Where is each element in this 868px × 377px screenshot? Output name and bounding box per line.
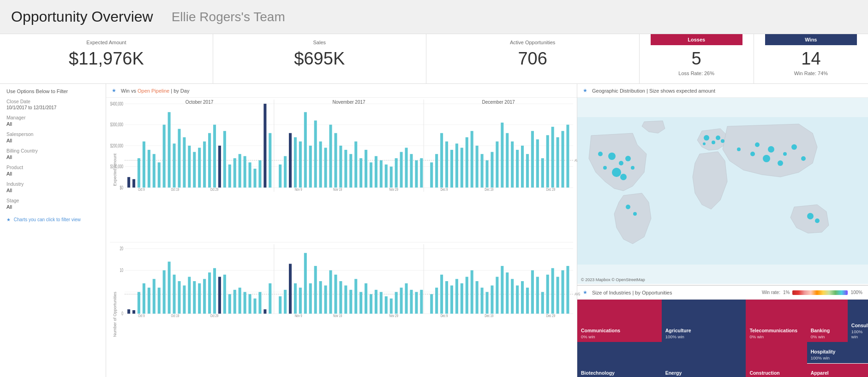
svg-text:Dec 19: Dec 19: [485, 187, 493, 192]
svg-rect-20: [158, 162, 161, 188]
svg-rect-85: [496, 141, 498, 188]
svg-rect-24: [178, 129, 180, 188]
filter-close-date[interactable]: Close Date 10/1/2017 to 12/31/2017: [6, 99, 99, 110]
svg-rect-170: [385, 296, 388, 314]
svg-rect-38: [249, 162, 251, 188]
svg-rect-181: [445, 281, 448, 314]
svg-rect-173: [400, 288, 403, 313]
svg-rect-44: [284, 156, 287, 188]
geo-header-text: Geographic Distribution | Size shows exp…: [592, 88, 715, 94]
treemap[interactable]: Communications 0% win Agriculture 100% w…: [577, 300, 868, 377]
svg-point-232: [791, 144, 797, 150]
svg-rect-157: [319, 281, 322, 314]
sales-value: $695K: [224, 49, 415, 69]
svg-rect-183: [455, 279, 458, 313]
filter-manager[interactable]: Manager All: [6, 115, 99, 127]
industry-header-text: Size of Industries | by Opportunities: [592, 290, 672, 295]
industry-construction[interactable]: Construction 0% win: [746, 342, 807, 377]
svg-rect-174: [405, 283, 408, 314]
win-rate-gradient-bar: [792, 290, 848, 295]
industry-apparel[interactable]: Apparel 0% win: [807, 364, 868, 377]
svg-rect-50: [314, 120, 317, 187]
filter-product[interactable]: Product All: [6, 165, 99, 177]
svg-rect-194: [511, 279, 514, 313]
filter-industry[interactable]: Industry All: [6, 181, 99, 193]
industry-telecommunications[interactable]: Telecommunications 0% win: [746, 300, 807, 342]
svg-rect-144: [249, 294, 251, 313]
svg-rect-177: [420, 290, 423, 314]
industry-consulting[interactable]: Consulting 100% win: [848, 300, 868, 342]
filter-salesperson[interactable]: Salesperson All: [6, 131, 99, 143]
svg-rect-55: [339, 146, 342, 188]
svg-rect-51: [319, 141, 322, 188]
month-label-nov: November 2017: [274, 100, 424, 105]
svg-rect-46: [294, 137, 297, 188]
svg-point-217: [619, 161, 623, 165]
hospitality-sub: 100% win: [811, 355, 864, 360]
svg-rect-168: [375, 290, 377, 314]
svg-rect-158: [324, 285, 327, 313]
industry-hospitality[interactable]: Hospitality 100% win: [807, 342, 868, 363]
agriculture-sub: 100% win: [665, 334, 742, 339]
stage-value: All: [6, 204, 99, 210]
svg-point-238: [807, 213, 814, 219]
svg-text:Nov 29: Nov 29: [389, 187, 398, 192]
banking-name: Banking: [811, 328, 844, 334]
industry-banking[interactable]: Banking 0% win: [807, 300, 848, 342]
svg-rect-198: [531, 270, 534, 313]
svg-text:Oct 19: Oct 19: [171, 187, 179, 192]
svg-rect-68: [405, 148, 408, 188]
svg-point-233: [801, 156, 806, 161]
amount-bar-chart[interactable]: $400,000 $300,000 $200,000 $100,000 $0 A…: [125, 100, 573, 192]
geo-map[interactable]: © 2023 Mapbox © OpenStreetMap: [577, 98, 868, 284]
count-bar-chart[interactable]: 20 10 0 AVG: [125, 244, 573, 318]
expected-amount-label: Expected Amount: [11, 40, 202, 45]
svg-rect-65: [390, 166, 393, 187]
svg-rect-148: [269, 283, 271, 314]
svg-rect-162: [344, 285, 347, 313]
wins-header: Wins: [765, 34, 857, 45]
industry-biotechnology[interactable]: Biotechnology 100% win: [577, 342, 662, 377]
svg-rect-16: [138, 158, 140, 188]
svg-rect-140: [228, 294, 231, 313]
svg-text:AVG: AVG: [575, 292, 580, 297]
svg-rect-167: [370, 294, 372, 313]
svg-text:Nov 9: Nov 9: [295, 313, 302, 318]
filter-stage[interactable]: Stage All: [6, 198, 99, 210]
telecom-sub: 0% win: [749, 334, 803, 339]
svg-rect-180: [440, 275, 443, 314]
svg-rect-175: [410, 290, 413, 314]
svg-rect-34: [228, 165, 231, 188]
svg-rect-42: [269, 133, 271, 188]
construction-name: Construction: [749, 370, 803, 377]
consulting-sub: 100% win: [851, 329, 864, 339]
team-name: Ellie Rogers's Team: [172, 10, 285, 24]
industry-agriculture[interactable]: Agriculture 100% win: [662, 300, 746, 342]
manager-value: All: [6, 121, 99, 127]
svg-text:Dec 29: Dec 29: [546, 313, 556, 318]
industry-communications[interactable]: Communications 0% win: [577, 300, 662, 342]
svg-rect-98: [561, 131, 564, 188]
svg-rect-73: [435, 154, 438, 188]
svg-point-231: [783, 152, 787, 156]
svg-rect-90: [521, 146, 524, 188]
svg-rect-149: [279, 296, 281, 314]
svg-rect-142: [239, 288, 241, 313]
filter-billing-country[interactable]: Billing Country All: [6, 148, 99, 160]
svg-rect-52: [324, 148, 327, 188]
svg-rect-125: [153, 279, 156, 313]
industry-energy[interactable]: Energy 100% win: [662, 342, 746, 377]
svg-point-225: [712, 141, 715, 144]
svg-rect-185: [466, 277, 468, 314]
open-pipeline-link[interactable]: Open Pipeline: [138, 88, 169, 94]
svg-rect-36: [239, 154, 241, 188]
kpi-wins: Wins 14 Win Rate: 74%: [754, 34, 868, 83]
svg-rect-195: [516, 285, 519, 313]
svg-point-226: [716, 135, 720, 140]
svg-rect-178: [430, 294, 433, 313]
losses-header: Losses: [651, 34, 742, 45]
svg-rect-91: [526, 154, 529, 188]
svg-rect-63: [380, 160, 383, 188]
filter-title: Use Options Below to Filter: [6, 88, 99, 94]
svg-rect-28: [198, 148, 201, 188]
